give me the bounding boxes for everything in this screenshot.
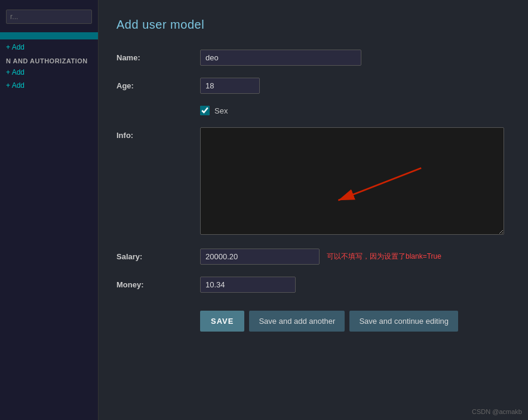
name-control (200, 50, 504, 66)
save-button[interactable]: SAVE (200, 311, 244, 332)
footer-attribution: CSDN @acmakb (472, 408, 522, 415)
salary-input[interactable] (200, 249, 320, 265)
money-control (200, 277, 504, 293)
money-label: Money: (116, 277, 200, 289)
sidebar: + Add N AND AUTHORIZATION + Add + Add (0, 0, 99, 420)
sex-label: Sex (214, 106, 228, 115)
sidebar-add-button-3[interactable]: + Add (0, 79, 98, 92)
save-add-button[interactable]: Save and add another (249, 311, 345, 332)
sidebar-add-button-2[interactable]: + Add (0, 66, 98, 79)
info-textarea[interactable] (200, 127, 504, 235)
sex-checkbox[interactable] (200, 106, 210, 115)
info-control (200, 127, 504, 237)
button-row: SAVE Save and add another Save and conti… (116, 311, 504, 332)
page-title: Add user model (116, 18, 504, 32)
name-label: Name: (116, 50, 200, 62)
textarea-wrapper (200, 127, 504, 237)
money-input[interactable] (200, 277, 296, 293)
age-control (200, 78, 504, 94)
save-continue-button[interactable]: Save and continue editing (349, 311, 458, 332)
sidebar-search-input[interactable] (6, 10, 92, 24)
age-input[interactable] (200, 78, 260, 94)
name-row: Name: (116, 50, 504, 66)
sex-row: Sex (116, 106, 504, 115)
salary-row: Salary: 可以不填写，因为设置了blank=True (116, 249, 504, 265)
sidebar-search-section (0, 6, 98, 27)
main-content: Add user model Name: Age: Sex Info: (99, 0, 528, 420)
info-row: Info: (116, 127, 504, 237)
age-label: Age: (116, 78, 200, 90)
sidebar-add-button-1[interactable]: + Add (0, 41, 98, 54)
money-row: Money: (116, 277, 504, 293)
sidebar-section-bar (0, 32, 98, 39)
salary-label: Salary: (116, 249, 200, 261)
salary-control: 可以不填写，因为设置了blank=True (200, 249, 504, 265)
name-input[interactable] (200, 50, 361, 66)
salary-hint: 可以不填写，因为设置了blank=True (327, 252, 441, 262)
age-row: Age: (116, 78, 504, 94)
sidebar-group-auth: N AND AUTHORIZATION (0, 54, 98, 66)
info-label: Info: (116, 127, 200, 140)
